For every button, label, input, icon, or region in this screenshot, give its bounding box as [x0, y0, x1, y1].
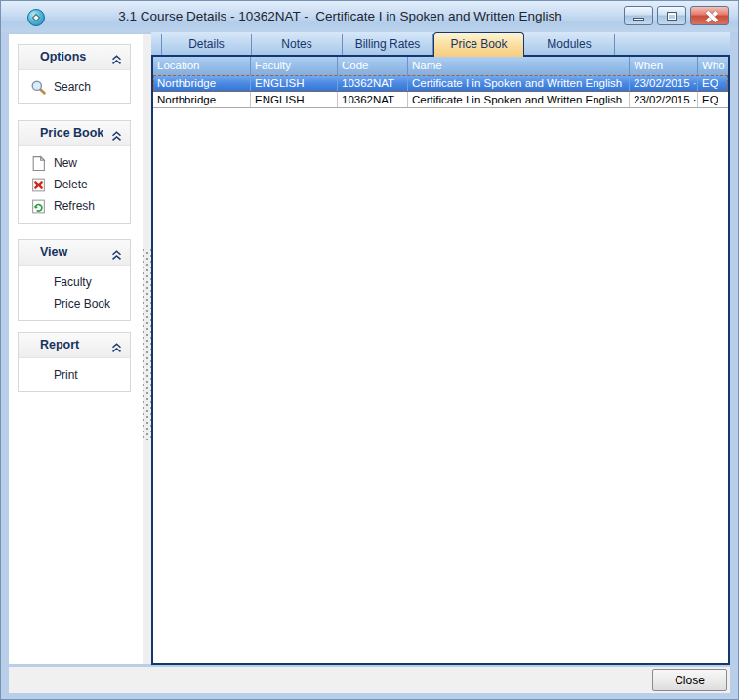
window: 3.1 Course Details - 10362NAT - Certific… [0, 0, 739, 700]
maximize-icon [667, 12, 677, 21]
refresh-icon [30, 198, 47, 215]
search-icon [30, 79, 47, 96]
new-icon [30, 155, 47, 172]
collapse-chevron-icon[interactable] [111, 128, 122, 139]
section-options: OptionsSearch [18, 44, 131, 104]
tab-billing-rates[interactable]: Billing Rates [343, 34, 433, 55]
cell-faculty: ENGLISH [251, 92, 338, 107]
column-header-name[interactable]: Name [408, 57, 630, 75]
cell-code: 10362NAT [338, 92, 408, 107]
column-header-when[interactable]: When [630, 57, 698, 75]
sidebar-item-search[interactable]: Search [19, 76, 130, 98]
sidebar-item-refresh[interactable]: Refresh [19, 195, 130, 217]
splitter[interactable] [143, 34, 151, 664]
cell-faculty: ENGLISH [251, 75, 338, 91]
sidebar: OptionsSearchPrice BookNewDeleteRefreshV… [9, 34, 143, 664]
sidebar-item-label: Price Book [54, 297, 110, 310]
window-controls [624, 6, 729, 25]
section-report: ReportPrint [18, 332, 131, 392]
main-panel: DetailsNotesBilling RatesPrice BookModul… [151, 32, 730, 665]
no-icon [30, 367, 47, 384]
section-price-book: Price BookNewDeleteRefresh [18, 120, 131, 224]
no-icon [30, 296, 47, 312]
section-header-price-book[interactable]: Price Book [19, 121, 130, 146]
content-panel: LocationFacultyCodeNameWhenWho Northbrid… [151, 57, 730, 665]
sidebar-item-delete[interactable]: Delete [19, 174, 130, 195]
section-header-options[interactable]: Options [19, 45, 130, 70]
collapse-chevron-icon[interactable] [111, 340, 122, 350]
tab-notes[interactable]: Notes [252, 34, 343, 55]
section-title: Options [40, 50, 86, 63]
collapse-chevron-icon[interactable] [111, 52, 122, 62]
sidebar-item-label: Search [54, 80, 91, 94]
window-title: 3.1 Course Details - 10362NAT - Certific… [60, 1, 621, 32]
table-body: NorthbridgeENGLISH10362NATCertificate I … [153, 75, 728, 108]
section-body: FacultyPrice Book [19, 266, 130, 320]
sidebar-item-label: Delete [54, 178, 88, 191]
tab-details[interactable]: Details [161, 34, 252, 55]
section-title: Price Book [40, 126, 103, 140]
section-title: View [40, 245, 67, 259]
cell-location: Northbridge [153, 92, 251, 107]
minimize-button[interactable] [624, 6, 653, 25]
no-icon [30, 274, 47, 291]
sidebar-item-label: Print [54, 368, 78, 382]
section-header-view[interactable]: View [19, 240, 130, 266]
minimize-icon [633, 18, 644, 21]
cell-name: Certificate I in Spoken and Written Engl… [408, 75, 630, 91]
column-header-who[interactable]: Who [698, 57, 728, 75]
cell-when: 23/02/2015 · [630, 92, 698, 107]
sidebar-item-label: Refresh [54, 199, 95, 213]
sidebar-item-price-book[interactable]: Price Book [19, 293, 130, 314]
section-title: Report [40, 338, 79, 351]
cell-location: Northbridge [153, 75, 251, 91]
sidebar-item-print[interactable]: Print [19, 364, 130, 386]
section-body: Search [19, 70, 130, 103]
cell-name: Certificate I in Spoken and Written Engl… [408, 92, 630, 107]
close-button[interactable]: Close [652, 669, 727, 691]
maximize-button[interactable] [657, 6, 686, 25]
section-view: ViewFacultyPrice Book [18, 239, 131, 321]
app-icon [27, 9, 45, 26]
sidebar-item-label: Faculty [54, 275, 92, 289]
column-header-code[interactable]: Code [338, 57, 408, 75]
sidebar-item-label: New [54, 156, 77, 170]
cell-who: EQ [698, 75, 728, 91]
section-body: NewDeleteRefresh [19, 146, 130, 223]
close-window-button[interactable] [690, 6, 729, 25]
titlebar[interactable]: 3.1 Course Details - 10362NAT - Certific… [1, 1, 738, 32]
table-row[interactable]: NorthbridgeENGLISH10362NATCertificate I … [153, 75, 728, 92]
tab-price-book[interactable]: Price Book [433, 32, 524, 57]
bottom-bar: Close [9, 667, 730, 693]
tab-strip: DetailsNotesBilling RatesPrice BookModul… [151, 32, 730, 57]
section-header-report[interactable]: Report [19, 333, 130, 358]
column-header-location[interactable]: Location [153, 57, 251, 75]
table-row[interactable]: NorthbridgeENGLISH10362NATCertificate I … [153, 92, 728, 108]
close-icon [705, 11, 717, 22]
section-body: Print [19, 358, 130, 391]
sidebar-item-faculty[interactable]: Faculty [19, 271, 130, 293]
splitter-grip-icon[interactable] [143, 249, 151, 440]
delete-icon [30, 177, 47, 193]
tab-modules[interactable]: Modules [524, 34, 615, 55]
cell-code: 10362NAT [338, 75, 408, 91]
app-icon-diamond [32, 14, 40, 21]
cell-who: EQ [698, 92, 728, 107]
column-header-faculty[interactable]: Faculty [251, 57, 338, 75]
table-header: LocationFacultyCodeNameWhenWho [153, 57, 728, 75]
sidebar-item-new[interactable]: New [19, 152, 130, 174]
collapse-chevron-icon[interactable] [111, 247, 122, 258]
cell-when: 23/02/2015 · [630, 75, 698, 91]
